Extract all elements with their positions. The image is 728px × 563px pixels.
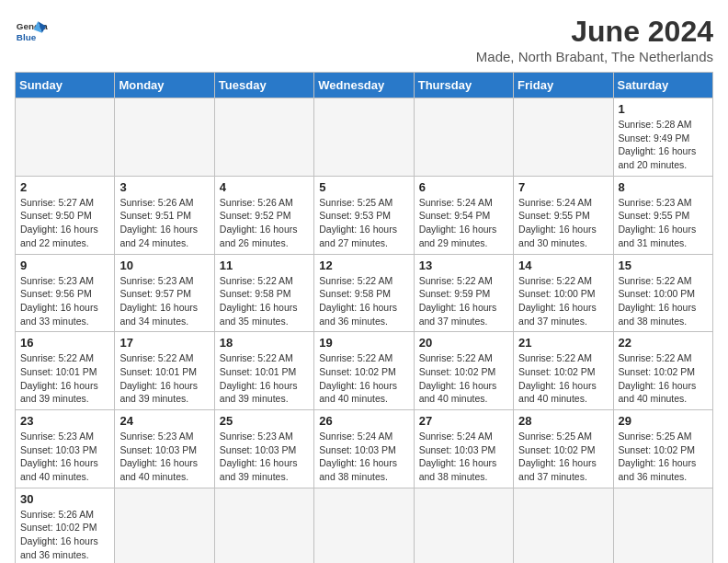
day-number: 7	[518, 180, 608, 194]
day-number: 18	[220, 336, 309, 350]
day-info: Sunrise: 5:23 AM Sunset: 10:03 PM Daylig…	[20, 430, 109, 484]
calendar-cell: 28Sunrise: 5:25 AM Sunset: 10:02 PM Dayl…	[514, 410, 613, 488]
page-header: General Blue June 2024 Made, North Braba…	[15, 15, 713, 64]
calendar-week-row: 23Sunrise: 5:23 AM Sunset: 10:03 PM Dayl…	[16, 410, 713, 488]
day-number: 27	[419, 414, 508, 428]
day-info: Sunrise: 5:22 AM Sunset: 10:01 PM Daylig…	[119, 351, 209, 406]
day-info: Sunrise: 5:27 AM Sunset: 9:50 PM Dayligh…	[20, 196, 109, 250]
day-info: Sunrise: 5:25 AM Sunset: 9:53 PM Dayligh…	[319, 196, 408, 250]
calendar-cell: 23Sunrise: 5:23 AM Sunset: 10:03 PM Dayl…	[16, 410, 115, 488]
calendar-cell: 21Sunrise: 5:22 AM Sunset: 10:02 PM Dayl…	[514, 332, 613, 410]
day-number: 15	[619, 259, 708, 272]
calendar-cell	[115, 488, 214, 563]
calendar-cell	[414, 488, 513, 563]
day-number: 16	[20, 336, 109, 350]
day-info: Sunrise: 5:22 AM Sunset: 10:02 PM Daylig…	[518, 351, 608, 406]
calendar-week-row: 9Sunrise: 5:23 AM Sunset: 9:56 PM Daylig…	[16, 254, 713, 332]
day-number: 3	[119, 180, 209, 194]
day-number: 10	[119, 259, 209, 272]
day-of-week-header: Thursday	[414, 73, 513, 98]
calendar-cell	[514, 98, 613, 177]
day-number: 6	[419, 180, 508, 194]
day-info: Sunrise: 5:23 AM Sunset: 9:56 PM Dayligh…	[20, 274, 109, 328]
day-of-week-header: Monday	[115, 73, 214, 98]
calendar-cell	[16, 98, 115, 177]
day-of-week-header: Tuesday	[214, 73, 313, 98]
calendar-cell: 24Sunrise: 5:23 AM Sunset: 10:03 PM Dayl…	[115, 410, 214, 488]
calendar-cell: 4Sunrise: 5:26 AM Sunset: 9:52 PM Daylig…	[214, 176, 313, 254]
calendar-cell: 1Sunrise: 5:28 AM Sunset: 9:49 PM Daylig…	[613, 98, 712, 177]
calendar-week-row: 16Sunrise: 5:22 AM Sunset: 10:01 PM Dayl…	[16, 332, 713, 410]
day-number: 11	[220, 259, 309, 272]
location-subtitle: Made, North Brabant, The Netherlands	[476, 49, 713, 64]
calendar-cell	[514, 488, 613, 563]
day-number: 21	[518, 336, 608, 350]
day-info: Sunrise: 5:22 AM Sunset: 9:58 PM Dayligh…	[220, 274, 309, 328]
day-number: 26	[319, 414, 408, 428]
day-info: Sunrise: 5:22 AM Sunset: 10:01 PM Daylig…	[220, 351, 309, 406]
calendar-cell	[214, 98, 313, 177]
day-info: Sunrise: 5:24 AM Sunset: 9:54 PM Dayligh…	[419, 196, 508, 250]
calendar-cell: 12Sunrise: 5:22 AM Sunset: 9:58 PM Dayli…	[314, 254, 414, 332]
day-info: Sunrise: 5:24 AM Sunset: 9:55 PM Dayligh…	[518, 196, 608, 250]
day-info: Sunrise: 5:28 AM Sunset: 9:49 PM Dayligh…	[619, 118, 708, 172]
calendar-cell	[613, 488, 712, 563]
day-number: 17	[119, 336, 209, 350]
calendar-cell: 13Sunrise: 5:22 AM Sunset: 9:59 PM Dayli…	[414, 254, 513, 332]
day-number: 22	[619, 336, 708, 350]
calendar-cell	[214, 488, 313, 563]
calendar-cell: 22Sunrise: 5:22 AM Sunset: 10:02 PM Dayl…	[613, 332, 712, 410]
day-info: Sunrise: 5:22 AM Sunset: 10:02 PM Daylig…	[619, 351, 708, 406]
day-number: 2	[20, 180, 109, 194]
day-info: Sunrise: 5:25 AM Sunset: 10:02 PM Daylig…	[619, 430, 708, 484]
logo-icon: General Blue	[15, 15, 48, 48]
day-number: 30	[20, 492, 109, 506]
calendar-cell: 2Sunrise: 5:27 AM Sunset: 9:50 PM Daylig…	[16, 176, 115, 254]
calendar-cell: 19Sunrise: 5:22 AM Sunset: 10:02 PM Dayl…	[314, 332, 414, 410]
day-number: 28	[518, 414, 608, 428]
day-info: Sunrise: 5:23 AM Sunset: 10:03 PM Daylig…	[220, 430, 309, 484]
day-number: 13	[419, 259, 508, 272]
calendar-cell: 6Sunrise: 5:24 AM Sunset: 9:54 PM Daylig…	[414, 176, 513, 254]
calendar-week-row: 30Sunrise: 5:26 AM Sunset: 10:02 PM Dayl…	[16, 488, 713, 563]
calendar-cell: 30Sunrise: 5:26 AM Sunset: 10:02 PM Dayl…	[16, 488, 115, 563]
day-number: 12	[319, 259, 408, 272]
day-info: Sunrise: 5:24 AM Sunset: 10:03 PM Daylig…	[419, 430, 508, 484]
calendar-week-row: 2Sunrise: 5:27 AM Sunset: 9:50 PM Daylig…	[16, 176, 713, 254]
month-title: June 2024	[476, 15, 713, 49]
day-info: Sunrise: 5:22 AM Sunset: 9:59 PM Dayligh…	[419, 274, 508, 328]
day-info: Sunrise: 5:26 AM Sunset: 9:51 PM Dayligh…	[119, 196, 209, 250]
calendar-body: 1Sunrise: 5:28 AM Sunset: 9:49 PM Daylig…	[16, 98, 713, 564]
calendar-cell	[314, 488, 414, 563]
day-number: 29	[619, 414, 708, 428]
calendar-cell: 8Sunrise: 5:23 AM Sunset: 9:55 PM Daylig…	[613, 176, 712, 254]
day-number: 24	[119, 414, 209, 428]
calendar-cell: 7Sunrise: 5:24 AM Sunset: 9:55 PM Daylig…	[514, 176, 613, 254]
calendar-cell	[115, 98, 214, 177]
calendar-cell: 27Sunrise: 5:24 AM Sunset: 10:03 PM Dayl…	[414, 410, 513, 488]
calendar-cell: 16Sunrise: 5:22 AM Sunset: 10:01 PM Dayl…	[16, 332, 115, 410]
day-number: 4	[220, 180, 309, 194]
day-of-week-header: Wednesday	[314, 73, 414, 98]
day-info: Sunrise: 5:22 AM Sunset: 10:01 PM Daylig…	[20, 351, 109, 406]
day-number: 9	[20, 259, 109, 272]
day-info: Sunrise: 5:23 AM Sunset: 9:55 PM Dayligh…	[619, 196, 708, 250]
day-info: Sunrise: 5:22 AM Sunset: 9:58 PM Dayligh…	[319, 274, 408, 328]
day-number: 23	[20, 414, 109, 428]
day-number: 20	[419, 336, 508, 350]
calendar-cell: 20Sunrise: 5:22 AM Sunset: 10:02 PM Dayl…	[414, 332, 513, 410]
calendar-table: SundayMondayTuesdayWednesdayThursdayFrid…	[15, 72, 713, 563]
day-number: 5	[319, 180, 408, 194]
day-info: Sunrise: 5:26 AM Sunset: 9:52 PM Dayligh…	[220, 196, 309, 250]
day-info: Sunrise: 5:25 AM Sunset: 10:02 PM Daylig…	[518, 430, 608, 484]
day-info: Sunrise: 5:26 AM Sunset: 10:02 PM Daylig…	[20, 508, 109, 562]
day-of-week-header: Saturday	[613, 73, 712, 98]
calendar-cell: 14Sunrise: 5:22 AM Sunset: 10:00 PM Dayl…	[514, 254, 613, 332]
calendar-cell	[414, 98, 513, 177]
calendar-cell: 5Sunrise: 5:25 AM Sunset: 9:53 PM Daylig…	[314, 176, 414, 254]
calendar-cell: 10Sunrise: 5:23 AM Sunset: 9:57 PM Dayli…	[115, 254, 214, 332]
day-info: Sunrise: 5:22 AM Sunset: 10:02 PM Daylig…	[319, 351, 408, 406]
day-of-week-header: Friday	[514, 73, 613, 98]
svg-text:Blue: Blue	[17, 32, 37, 42]
day-info: Sunrise: 5:24 AM Sunset: 10:03 PM Daylig…	[319, 430, 408, 484]
